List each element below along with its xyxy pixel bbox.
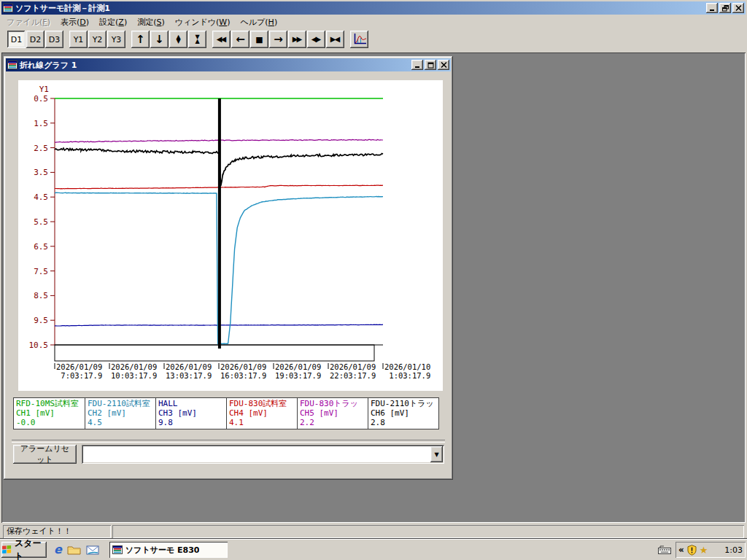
internet-explorer-icon[interactable]: e	[54, 544, 62, 556]
scroll-down-button[interactable]: ↓	[150, 31, 169, 48]
expand-vertical-button[interactable]: ▲▼	[169, 31, 187, 48]
graph-window-icon	[7, 60, 18, 70]
x-axis-box	[55, 345, 374, 361]
task-label: ソフトサーモ E830	[125, 545, 200, 556]
menu-item-w[interactable]: ウィンドウ(W)	[170, 15, 236, 29]
menu-item-d[interactable]: 表示(D)	[55, 15, 94, 29]
security-shield-icon[interactable]	[686, 545, 697, 556]
y2-button[interactable]: Y2	[88, 31, 107, 48]
channel-cell-4: FDU-830試料室CH4 [mV]4.1	[226, 398, 297, 429]
outlook-express-icon[interactable]	[86, 545, 99, 555]
y-tick-label: 0.5	[34, 94, 48, 104]
channel-cell-5: FDU-830トラッCH5 [mV]2.2	[297, 398, 368, 429]
step-back-button[interactable]: ←	[231, 31, 249, 48]
event-spike-marker	[218, 98, 221, 349]
channel-cell-1: RFD-10MS試料室CH1 [mV]-0.0	[14, 398, 85, 429]
d2-button[interactable]: D2	[26, 31, 44, 48]
y-tick-label: 1.5	[34, 119, 48, 128]
y1-button[interactable]: Y1	[69, 31, 88, 48]
y-tick-label: 5.5	[34, 217, 48, 227]
x-tick-date: 2026/01/09	[166, 362, 212, 371]
scroll-up-button[interactable]: ↑	[131, 31, 150, 48]
x-tick-time: 1:03:17.9	[384, 371, 430, 380]
close-button[interactable]	[732, 3, 744, 13]
graph-window: 折れ線グラフ 1 Y10.51.52.53.54.55.56.57.58.59.…	[4, 56, 453, 480]
stop-button[interactable]: ■	[250, 31, 268, 48]
x-tick-date: 2026/01/09	[275, 362, 321, 371]
compress-vertical-icon: ▼▲	[195, 35, 199, 44]
fast-rewind-icon: ◀◀	[217, 36, 225, 43]
scroll-down-icon: ↓	[155, 34, 164, 45]
app-icon	[3, 3, 13, 13]
toolbar: D1D2D3 Y1Y2Y3 ↑↓▲▼▼▲ ◀◀←■→▶▶◀▶▶◀	[1, 28, 746, 55]
x-tick-date: 2026/01/09	[220, 362, 266, 371]
step-forward-button[interactable]: →	[269, 31, 287, 48]
expand-horizontal-button[interactable]: ◀▶	[307, 31, 325, 48]
status-panel-2	[112, 525, 744, 538]
alarm-combobox[interactable]: ▼	[82, 445, 444, 464]
menu-item-f: ファイル(F)	[1, 15, 55, 29]
scroll-up-icon: ↑	[136, 34, 145, 45]
y-axis-title: Y1	[39, 85, 49, 94]
quick-launch: e	[54, 544, 99, 556]
chart-icon	[352, 33, 367, 46]
graph-maximize-button[interactable]	[425, 60, 436, 70]
x-tick-time: 10:03:17.9	[111, 371, 157, 380]
expand-vertical-icon: ▲▼	[176, 35, 180, 44]
graph-close-button[interactable]	[438, 60, 449, 70]
restore-button[interactable]	[719, 3, 731, 13]
app-window: ソフトサーモ計測－計測1 ファイル(F)表示(D)設定(Z)測定(S)ウィンドウ…	[0, 0, 747, 540]
menu-item-s[interactable]: 測定(S)	[132, 15, 170, 29]
x-tick-date: 2026/01/10	[384, 362, 430, 371]
folder-icon[interactable]	[67, 545, 81, 555]
graph-window-title: 折れ線グラフ 1	[20, 60, 410, 71]
taskbar-task-button[interactable]: ソフトサーモ E830	[109, 542, 228, 558]
keyboard-icon[interactable]	[658, 545, 671, 555]
y-tick-label: 7.5	[34, 267, 48, 276]
channel-legend: RFD-10MS試料室CH1 [mV]-0.0FDU-2110試料室CH2 [m…	[13, 397, 439, 429]
expand-horizontal-icon: ◀▶	[311, 36, 320, 43]
start-button[interactable]: スタート	[1, 542, 47, 558]
x-tick-time: 16:03:17.9	[220, 371, 266, 380]
channel-cell-2: FDU-2110試料室CH2 [mV]4.5	[85, 398, 155, 429]
channel-cell-3: HALLCH3 [mV]9.8	[155, 398, 226, 429]
compress-horizontal-button[interactable]: ▶◀	[326, 31, 344, 48]
combobox-dropdown-button[interactable]: ▼	[430, 446, 443, 462]
y3-button[interactable]: Y3	[107, 31, 125, 48]
menu-bar: ファイル(F)表示(D)設定(Z)測定(S)ウィンドウ(W)ヘルプ(H)	[1, 15, 746, 28]
y-tick-label: 8.5	[34, 291, 48, 300]
graph-settings-button[interactable]	[350, 31, 368, 48]
title-bar: ソフトサーモ計測－計測1	[1, 1, 746, 15]
tray-chevron-icon[interactable]: «	[678, 545, 684, 555]
x-tick-date: 2026/01/09	[56, 362, 102, 371]
mdi-workspace: 折れ線グラフ 1 Y10.51.52.53.54.55.56.57.58.59.…	[1, 52, 746, 523]
graph-minimize-button[interactable]	[411, 60, 423, 70]
menu-item-z[interactable]: 設定(Z)	[94, 15, 132, 29]
fast-forward-button[interactable]: ▶▶	[288, 31, 306, 48]
d3-button[interactable]: D3	[45, 31, 63, 48]
desktop: { "window": { "title": "ソフトサーモ計測－計測1" },…	[0, 0, 747, 560]
channel-cell-6: FDU-2110トラッCH6 [mV]2.8	[368, 398, 438, 429]
start-label: スタート	[15, 537, 47, 560]
x-tick-date: 2026/01/09	[111, 362, 157, 371]
window-title: ソフトサーモ計測－計測1	[15, 3, 705, 14]
y-tick-label: 10.5	[29, 341, 49, 350]
taskbar-clock: 1:03	[724, 545, 743, 555]
star-icon[interactable]: ★	[700, 545, 708, 555]
x-tick-time: 13:03:17.9	[166, 371, 212, 380]
menu-item-h[interactable]: ヘルプ(H)	[236, 15, 283, 29]
graph-window-title-bar: 折れ線グラフ 1	[6, 58, 451, 71]
compress-horizontal-icon: ▶◀	[330, 36, 338, 43]
windows-logo-icon	[1, 545, 12, 555]
y-tick-label: 4.5	[34, 192, 48, 202]
d1-button[interactable]: D1	[7, 31, 26, 48]
fast-rewind-button[interactable]: ◀◀	[212, 31, 231, 48]
minimize-button[interactable]	[706, 3, 718, 13]
status-bar: 保存ウェイト！！	[1, 523, 746, 540]
line-chart: Y10.51.52.53.54.55.56.57.58.59.510.52026…	[18, 80, 443, 391]
compress-vertical-button[interactable]: ▼▲	[188, 31, 206, 48]
alarm-reset-button[interactable]: アラームリセット	[13, 445, 77, 464]
system-tray: « ★ 1:03	[676, 542, 746, 558]
status-message: 保存ウェイト！！	[3, 525, 111, 538]
y-tick-label: 3.5	[34, 168, 48, 177]
